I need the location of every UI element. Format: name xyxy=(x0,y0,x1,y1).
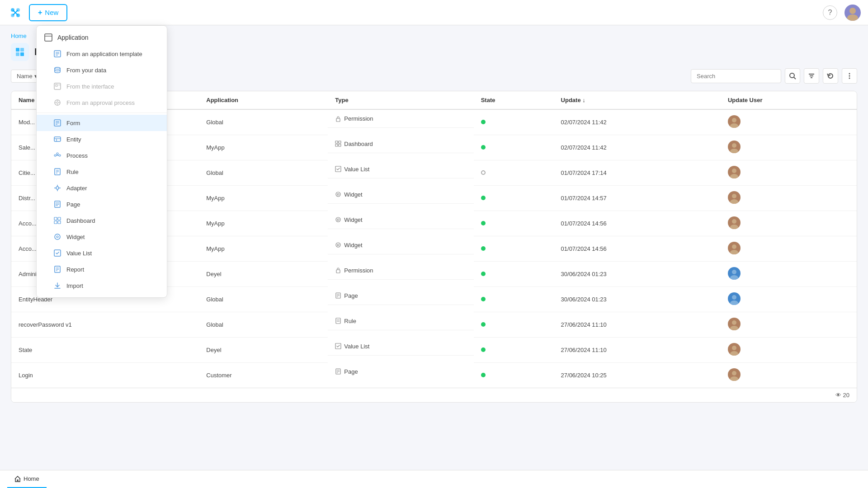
breadcrumb-home[interactable]: Home xyxy=(11,33,27,39)
cell-type: Permission xyxy=(328,262,473,280)
svg-point-60 xyxy=(730,351,738,356)
cell-update: 27/06/2024 11:10 xyxy=(554,312,721,338)
menu-valuelist-item[interactable]: Value List xyxy=(37,245,167,261)
cell-state xyxy=(474,262,554,287)
entity-icon xyxy=(53,135,62,144)
svg-point-38 xyxy=(732,219,736,224)
cell-state xyxy=(474,287,554,312)
cell-user xyxy=(721,135,857,160)
col-type[interactable]: Type xyxy=(328,91,473,109)
cell-update: 01/07/2024 14:56 xyxy=(554,236,721,262)
svg-point-19 xyxy=(849,78,850,79)
svg-point-46 xyxy=(730,275,738,280)
menu-adapter-item[interactable]: Adapter xyxy=(37,180,167,196)
svg-point-17 xyxy=(849,73,850,75)
filter-button[interactable] xyxy=(804,68,819,84)
menu-import-item[interactable]: Import xyxy=(37,277,167,294)
cell-type: Permission xyxy=(328,110,473,128)
from-interface-label: From the interface xyxy=(66,83,114,90)
menu-widget-item[interactable]: Widget xyxy=(37,229,167,245)
cell-type: Widget xyxy=(328,211,473,229)
from-template-item[interactable]: From an application template xyxy=(37,46,167,62)
svg-point-30 xyxy=(732,169,736,173)
cell-state xyxy=(474,338,554,363)
more-options-button[interactable] xyxy=(842,68,857,84)
svg-point-99 xyxy=(56,187,59,189)
cell-application: Global xyxy=(199,160,328,186)
svg-point-73 xyxy=(55,67,60,69)
new-button-label: New xyxy=(45,9,58,16)
adapter-icon xyxy=(53,183,62,192)
menu-rule-item[interactable]: Rule xyxy=(37,164,167,180)
svg-rect-75 xyxy=(56,84,57,86)
svg-point-36 xyxy=(336,217,340,222)
application-icon xyxy=(44,33,53,42)
svg-point-41 xyxy=(337,244,339,246)
svg-rect-25 xyxy=(335,144,338,146)
col-update-user[interactable]: Update User xyxy=(721,91,857,109)
import-label: Import xyxy=(66,282,83,289)
svg-point-12 xyxy=(790,73,794,78)
refresh-button[interactable] xyxy=(823,68,838,84)
table-row[interactable]: State Deyel Value List 27/06/2024 11:10 xyxy=(11,338,857,363)
menu-entity-item[interactable]: Entity xyxy=(37,131,167,147)
cell-type: Page xyxy=(328,287,473,305)
svg-line-13 xyxy=(794,77,796,79)
menu-page-item[interactable]: Page xyxy=(37,196,167,212)
cell-application: Customer xyxy=(199,363,328,388)
cell-name: recoverPassword v1 xyxy=(11,312,199,338)
menu-report-item[interactable]: Report xyxy=(37,261,167,277)
svg-point-37 xyxy=(337,219,339,221)
search-button[interactable] xyxy=(785,68,800,84)
cell-type: Widget xyxy=(328,186,473,204)
new-dropdown-menu: Application From an application template… xyxy=(36,25,167,298)
svg-rect-24 xyxy=(339,141,341,143)
svg-point-57 xyxy=(730,326,738,330)
help-button[interactable]: ? xyxy=(823,5,837,20)
table-row[interactable]: recoverPassword v1 Global Rule 27/06/202… xyxy=(11,312,857,338)
svg-point-35 xyxy=(730,199,738,204)
topbar: + New ? xyxy=(0,0,868,25)
svg-rect-8 xyxy=(16,48,19,52)
svg-point-42 xyxy=(732,244,736,249)
table-row[interactable]: Login Customer Page 27/06/2024 10:25 xyxy=(11,363,857,388)
menu-form-item[interactable]: Form xyxy=(37,115,167,131)
user-avatar[interactable] xyxy=(844,5,861,21)
svg-point-51 xyxy=(732,295,736,300)
name-filter-label: Name xyxy=(17,73,33,80)
valuelist-icon xyxy=(53,249,62,258)
new-button[interactable]: + New xyxy=(29,4,67,21)
menu-application-section[interactable]: Application xyxy=(37,29,167,46)
col-application[interactable]: Application xyxy=(199,91,328,109)
application-label: Application xyxy=(57,34,89,41)
from-interface-icon xyxy=(53,82,62,91)
cell-state xyxy=(474,160,554,186)
rule-label: Rule xyxy=(66,169,79,175)
cell-type: Page xyxy=(328,363,473,380)
plus-icon: + xyxy=(38,9,42,17)
valuelist-label: Value List xyxy=(66,250,92,257)
cell-application: Global xyxy=(199,287,328,312)
from-data-label: From your data xyxy=(66,67,106,74)
from-approval-item: From an approval process xyxy=(37,94,167,111)
page-label: Page xyxy=(66,201,80,208)
widget-label: Widget xyxy=(66,234,85,240)
svg-rect-110 xyxy=(54,221,57,224)
cell-user xyxy=(721,160,857,186)
menu-dashboard-item[interactable]: Dashboard xyxy=(37,212,167,229)
process-label: Process xyxy=(66,152,88,159)
cell-update: 30/06/2024 01:23 xyxy=(554,262,721,287)
topbar-right: ? xyxy=(823,5,861,21)
form-label: Form xyxy=(66,120,80,127)
col-state[interactable]: State xyxy=(474,91,554,109)
cell-user xyxy=(721,186,857,211)
cell-type: Rule xyxy=(328,312,473,330)
search-input[interactable] xyxy=(691,69,781,83)
adapter-label: Adapter xyxy=(66,185,87,192)
cell-update: 02/07/2024 11:42 xyxy=(554,135,721,160)
cell-state xyxy=(474,312,554,338)
from-data-item[interactable]: From your data xyxy=(37,62,167,78)
col-update[interactable]: Update ↓ xyxy=(554,91,721,109)
menu-process-item[interactable]: Process xyxy=(37,147,167,164)
cell-update: 01/07/2024 14:57 xyxy=(554,186,721,211)
